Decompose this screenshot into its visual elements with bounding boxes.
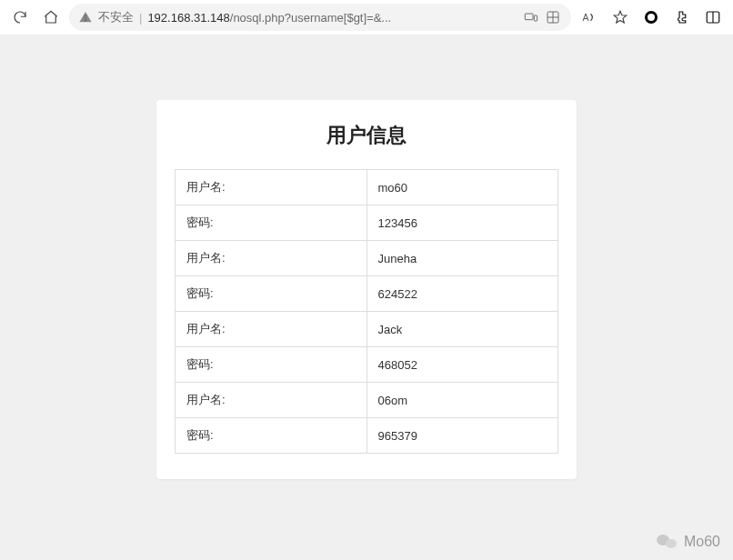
cell-value: 06om (366, 383, 558, 418)
svg-text:A: A (583, 12, 589, 23)
cell-value: mo60 (366, 170, 558, 205)
svg-rect-3 (534, 15, 537, 21)
grid-icon[interactable] (544, 8, 562, 26)
user-info-card: 用户信息 用户名:mo60密码:123456用户名:Juneha密码:62452… (156, 100, 577, 479)
table-row: 密码:123456 (176, 205, 558, 241)
split-screen-icon[interactable] (700, 5, 726, 30)
table-row: 用户名:06om (176, 383, 558, 418)
cell-label: 密码: (176, 205, 367, 241)
read-aloud-icon[interactable]: A (577, 5, 602, 30)
cell-value: 965379 (366, 418, 558, 454)
table-row: 密码:965379 (176, 418, 558, 454)
url-text: 192.168.31.148/nosql.php?username[$gt]=&… (147, 11, 517, 25)
record-icon[interactable] (638, 5, 664, 30)
cell-label: 用户名: (176, 312, 367, 347)
table-row: 用户名:mo60 (176, 170, 558, 205)
cell-label: 密码: (176, 276, 367, 312)
cell-value: 624522 (366, 276, 558, 312)
cell-label: 用户名: (176, 170, 367, 205)
cell-label: 密码: (176, 418, 367, 454)
cell-label: 密码: (176, 347, 367, 383)
table-row: 用户名:Jack (176, 312, 558, 347)
table-row: 密码:468052 (176, 347, 558, 383)
svg-marker-8 (614, 11, 627, 23)
cell-value: Jack (366, 312, 558, 347)
cell-value: 123456 (366, 205, 558, 241)
svg-rect-0 (85, 15, 85, 18)
home-button[interactable] (38, 5, 64, 30)
favorite-icon[interactable] (607, 5, 633, 30)
address-bar[interactable]: 不安全 | 192.168.31.148/nosql.php?username[… (69, 4, 571, 31)
warning-icon (78, 10, 93, 25)
device-icon[interactable] (522, 8, 540, 26)
divider: | (139, 11, 142, 25)
user-info-table: 用户名:mo60密码:123456用户名:Juneha密码:624522用户名:… (175, 169, 558, 454)
wechat-icon (657, 533, 678, 551)
cell-value: Juneha (366, 241, 558, 276)
page-viewport: 用户信息 用户名:mo60密码:123456用户名:Juneha密码:62452… (0, 35, 733, 560)
cell-value: 468052 (366, 347, 558, 383)
refresh-button[interactable] (7, 5, 33, 30)
security-label: 不安全 (98, 9, 134, 25)
browser-toolbar: 不安全 | 192.168.31.148/nosql.php?username[… (0, 0, 733, 35)
svg-rect-2 (525, 14, 533, 20)
cell-label: 用户名: (176, 383, 367, 418)
page-title: 用户信息 (175, 122, 558, 149)
table-row: 用户名:Juneha (176, 241, 558, 276)
watermark: Mo60 (657, 533, 720, 551)
table-row: 密码:624522 (176, 276, 558, 312)
watermark-text: Mo60 (684, 534, 720, 550)
extensions-icon[interactable] (669, 5, 695, 30)
svg-rect-1 (85, 20, 85, 21)
cell-label: 用户名: (176, 241, 367, 276)
